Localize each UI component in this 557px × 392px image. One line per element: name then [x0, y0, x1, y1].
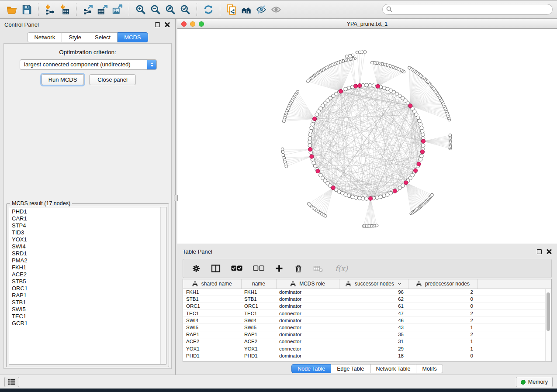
mcds-result-item[interactable]: STB5: [9, 278, 160, 285]
column-header-successor-nodes[interactable]: successor nodes: [339, 279, 408, 289]
zoom-fit-button[interactable]: [163, 3, 178, 17]
mcds-result-item[interactable]: SRD1: [9, 250, 160, 257]
mcds-result-item[interactable]: PHD1: [9, 208, 160, 215]
table-tab-node-table[interactable]: Node Table: [291, 364, 331, 373]
mcds-result-item[interactable]: SWI5: [9, 306, 160, 313]
mcds-result-item[interactable]: PMA2: [9, 257, 160, 264]
gear-icon: [192, 264, 201, 273]
table-row[interactable]: ACE2ACE2connector311: [183, 338, 551, 345]
close-panel-button[interactable]: [165, 22, 170, 27]
table-row[interactable]: RAP1RAP1dominator352: [183, 331, 551, 338]
mcds-result-item[interactable]: STB1: [9, 299, 160, 306]
close-panel-button-mcds[interactable]: Close panel: [89, 74, 136, 85]
deselect-all-checkboxes-button[interactable]: [253, 265, 264, 272]
node-table-container: shared namenameMCDS rolesuccessor nodesp…: [183, 279, 552, 362]
add-column-button[interactable]: [275, 264, 284, 273]
task-history-button[interactable]: [4, 377, 19, 387]
network-view-window: YPA_prune.txt_1: [177, 19, 557, 244]
search-input[interactable]: [382, 4, 553, 15]
mcds-result-item[interactable]: CAR1: [9, 215, 160, 222]
network-canvas[interactable]: [177, 29, 557, 244]
table-scrollbar[interactable]: [545, 289, 551, 361]
column-header-predecessor-nodes[interactable]: predecessor nodes: [408, 279, 477, 289]
table-tab-edge-table[interactable]: Edge Table: [331, 364, 370, 373]
mcds-result-item[interactable]: TID3: [9, 229, 160, 236]
export-network-button[interactable]: [80, 3, 95, 17]
zoom-selected-icon: [180, 4, 191, 15]
table-row[interactable]: PHD1PHD1dominator180: [183, 352, 551, 359]
float-panel-button[interactable]: [155, 22, 160, 27]
table-row[interactable]: STB1STB1dominator620: [183, 296, 551, 303]
checked-boxes-icon: [231, 265, 242, 272]
close-table-panel-button[interactable]: [547, 249, 552, 254]
optimization-criterion-select[interactable]: largest connected component (undirected): [20, 59, 157, 70]
zoom-out-button[interactable]: [148, 3, 163, 17]
new-network-document-icon: [226, 4, 237, 15]
mcds-tab-content: Optimization criterion: largest connecte…: [3, 43, 172, 369]
zoom-in-button[interactable]: [133, 3, 148, 17]
export-table-icon: [97, 4, 108, 15]
mcds-result-item[interactable]: ACE2: [9, 271, 160, 278]
panel-splitter-handle[interactable]: [174, 195, 178, 201]
float-table-panel-button[interactable]: [537, 249, 542, 254]
show-columns-button[interactable]: [211, 264, 221, 273]
save-session-button[interactable]: [19, 3, 34, 17]
mcds-result-list[interactable]: PHD1CAR1STP4TID3YOX1SWI4SRD1PMA2FKH1ACE2…: [9, 207, 166, 364]
delete-table-button[interactable]: [313, 265, 324, 272]
mcds-result-item[interactable]: STP4: [9, 222, 160, 229]
table-panel-tabs: Node TableEdge TableNetwork TableMotifs: [177, 364, 557, 373]
toolbar-separator: [220, 3, 220, 16]
column-header-MCDS-role[interactable]: MCDS role: [276, 279, 339, 289]
optimization-criterion-label: Optimization criterion:: [4, 49, 171, 55]
mcds-result-item[interactable]: FKH1: [9, 264, 160, 271]
table-tab-motifs[interactable]: Motifs: [416, 364, 443, 373]
control-panel: Control Panel NetworkStyleSelectMCDS Opt…: [0, 19, 176, 375]
table-row[interactable]: TEC1TEC1connector472: [183, 310, 551, 317]
toolbar-separator: [129, 3, 129, 16]
mcds-result-item[interactable]: GCR1: [9, 320, 160, 327]
control-tab-mcds[interactable]: MCDS: [118, 32, 148, 42]
table-row[interactable]: FKH1FKH1dominator962: [183, 289, 551, 296]
mcds-list-scrollbar[interactable]: [160, 207, 166, 364]
table-row[interactable]: SWI5SWI5connector431: [183, 324, 551, 331]
status-bar: Memory: [0, 375, 557, 389]
memory-button[interactable]: Memory: [516, 377, 553, 387]
control-tab-style[interactable]: Style: [62, 32, 88, 42]
show-hidden-button[interactable]: [269, 3, 284, 17]
hide-selected-button[interactable]: [254, 3, 269, 17]
main-toolbar: [0, 0, 557, 19]
node-table[interactable]: shared namenameMCDS rolesuccessor nodesp…: [183, 279, 551, 359]
new-network-from-selection-button[interactable]: [224, 3, 239, 17]
delete-columns-button[interactable]: [294, 264, 303, 273]
column-header-shared-name[interactable]: shared name: [183, 279, 241, 289]
table-tab-network-table[interactable]: Network Table: [370, 364, 417, 373]
import-table-button[interactable]: [57, 3, 72, 17]
mcds-result-item[interactable]: YOX1: [9, 236, 160, 243]
function-builder-button[interactable]: f(x): [334, 264, 349, 273]
mcds-result-item[interactable]: RAP1: [9, 292, 160, 299]
control-tab-network[interactable]: Network: [27, 32, 62, 42]
table-options-gear-button[interactable]: [192, 264, 201, 273]
toolbar-separator: [38, 3, 38, 16]
export-table-button[interactable]: [95, 3, 110, 17]
show-all-button[interactable]: [239, 3, 254, 17]
split-columns-icon: [211, 264, 221, 273]
import-network-button[interactable]: [42, 3, 57, 17]
zoom-selected-button[interactable]: [178, 3, 193, 17]
open-file-button[interactable]: [4, 3, 19, 17]
table-row[interactable]: YOX1YOX1connector291: [183, 345, 551, 352]
table-scrollbar-thumb[interactable]: [547, 292, 550, 331]
table-row[interactable]: SWI4SWI4dominator462: [183, 317, 551, 324]
trash-icon: [294, 264, 303, 273]
mcds-result-item[interactable]: TEC1: [9, 313, 160, 320]
mcds-result-item[interactable]: ORC1: [9, 285, 160, 292]
table-panel-header: Table Panel: [177, 246, 557, 258]
control-tab-select[interactable]: Select: [88, 32, 118, 42]
table-row[interactable]: ORC1ORC1dominator610: [183, 303, 551, 309]
mcds-result-item[interactable]: SWI4: [9, 243, 160, 250]
export-image-button[interactable]: [110, 3, 125, 17]
run-mcds-button[interactable]: Run MCDS: [42, 74, 84, 85]
refresh-button[interactable]: [201, 3, 216, 17]
column-header-name[interactable]: name: [241, 279, 276, 289]
select-all-checkboxes-button[interactable]: [231, 265, 242, 272]
